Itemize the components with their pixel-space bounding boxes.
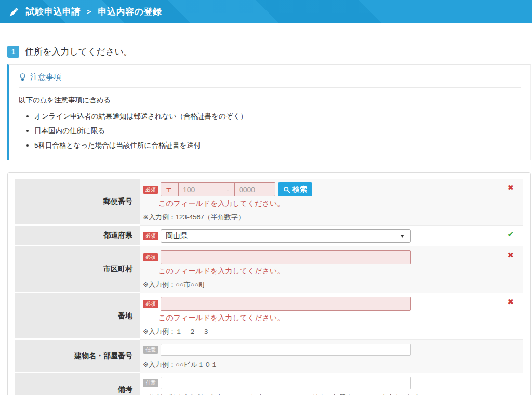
building-label: 建物名・部屋番号 bbox=[15, 340, 140, 373]
prefecture-label: 都道府県 bbox=[15, 226, 140, 246]
notice-item: 日本国内の住所に限る bbox=[34, 126, 521, 136]
prefecture-selected-value: 岡山県 bbox=[166, 231, 188, 241]
remarks-label: 備考 bbox=[15, 373, 140, 395]
notice-title: 注意事項 bbox=[30, 72, 61, 82]
street-error: このフィールドを入力してください。 bbox=[158, 313, 519, 323]
postal-code-group: 〒 - bbox=[161, 182, 275, 196]
breadcrumb-separator: ＞ bbox=[85, 7, 94, 17]
notice-item: オンライン申込者の結果通知は郵送されない（合格証書をのぞく） bbox=[34, 112, 521, 121]
prefecture-select[interactable]: 岡山県 bbox=[161, 229, 411, 243]
form-row-building: 建物名・部屋番号 任意 ※入力例：○○ビル１０１ bbox=[15, 340, 523, 373]
postal-code-second-input[interactable] bbox=[235, 183, 275, 196]
address-form: 郵便番号 必須 〒 - 検索 このフィールドを入力してください bbox=[7, 172, 531, 395]
notice-panel: 注意事項 以下の点を注意事項に含める オンライン申込者の結果通知は郵送されない（… bbox=[7, 64, 531, 160]
breadcrumb-primary: 試験申込申請 bbox=[26, 6, 81, 18]
city-label: 市区町村 bbox=[15, 246, 140, 293]
building-hint: ※入力例：○○ビル１０１ bbox=[143, 360, 519, 370]
section-heading: 1 住所を入力してください。 bbox=[7, 46, 532, 58]
city-error: このフィールドを入力してください。 bbox=[158, 267, 519, 276]
notice-item: 5科目合格となった場合は当該住所に合格証書を送付 bbox=[34, 141, 521, 150]
required-badge: 必須 bbox=[143, 300, 158, 308]
section-title: 住所を入力してください。 bbox=[25, 46, 132, 58]
street-content: 必須 このフィールドを入力してください。 ※入力例：１－２－３ ✖ bbox=[140, 293, 523, 340]
notice-intro: 以下の点を注意事項に含める bbox=[19, 96, 521, 105]
remarks-content: 任意 ※住所に勤務先住所を入力している場合は、こちらに会社名や部署名など届け先宛… bbox=[140, 373, 523, 395]
remarks-input[interactable] bbox=[161, 377, 411, 389]
lightbulb-icon bbox=[19, 73, 26, 82]
postal-separator: - bbox=[221, 183, 235, 196]
street-hint: ※入力例：１－２－３ bbox=[143, 327, 519, 336]
invalid-x-icon: ✖ bbox=[507, 298, 514, 306]
postal-code-first-input[interactable] bbox=[179, 183, 221, 196]
postal-mark: 〒 bbox=[161, 183, 179, 196]
postal-code-content: 必須 〒 - 検索 このフィールドを入力してください。 ※入力例：123-456… bbox=[140, 179, 523, 226]
required-badge: 必須 bbox=[143, 232, 158, 240]
form-row-postal-code: 郵便番号 必須 〒 - 検索 このフィールドを入力してください bbox=[15, 179, 523, 226]
form-row-remarks: 備考 任意 ※住所に勤務先住所を入力している場合は、こちらに会社名や部署名など届… bbox=[15, 373, 523, 395]
building-content: 任意 ※入力例：○○ビル１０１ bbox=[140, 340, 523, 373]
form-row-prefecture: 都道府県 必須 岡山県 ✔ bbox=[15, 226, 523, 246]
chevron-down-icon bbox=[400, 235, 404, 238]
search-icon bbox=[283, 186, 290, 193]
form-row-city: 市区町村 必須 このフィールドを入力してください。 ※入力例：○○市○○町 ✖ bbox=[15, 246, 523, 293]
city-input[interactable] bbox=[161, 250, 411, 264]
form-row-street: 番地 必須 このフィールドを入力してください。 ※入力例：１－２－３ ✖ bbox=[15, 293, 523, 340]
street-input[interactable] bbox=[161, 297, 411, 311]
breadcrumb: 試験申込申請 ＞ 申込内容の登録 bbox=[26, 6, 162, 18]
required-badge: 必須 bbox=[143, 186, 158, 194]
postal-code-error: このフィールドを入力してください。 bbox=[158, 199, 519, 208]
optional-badge: 任意 bbox=[143, 379, 158, 387]
invalid-x-icon: ✖ bbox=[507, 183, 514, 191]
postal-code-hint: ※入力例：123-4567（半角数字） bbox=[143, 213, 519, 222]
breadcrumb-secondary: 申込内容の登録 bbox=[98, 6, 162, 18]
notice-list: オンライン申込者の結果通知は郵送されない（合格証書をのぞく） 日本国内の住所に限… bbox=[34, 112, 521, 150]
notice-header: 注意事項 bbox=[19, 71, 521, 88]
valid-check-icon: ✔ bbox=[507, 230, 514, 238]
city-hint: ※入力例：○○市○○町 bbox=[143, 280, 519, 289]
optional-badge: 任意 bbox=[143, 346, 158, 354]
postal-code-label: 郵便番号 bbox=[15, 179, 140, 226]
invalid-x-icon: ✖ bbox=[507, 251, 514, 259]
street-label: 番地 bbox=[15, 293, 140, 340]
building-input[interactable] bbox=[161, 344, 411, 356]
step-number-badge: 1 bbox=[7, 46, 19, 58]
city-content: 必須 このフィールドを入力してください。 ※入力例：○○市○○町 ✖ bbox=[140, 246, 523, 293]
pencil-icon bbox=[8, 6, 20, 18]
search-button-label: 検索 bbox=[292, 185, 307, 194]
page-header: 試験申込申請 ＞ 申込内容の登録 bbox=[0, 0, 532, 23]
prefecture-content: 必須 岡山県 ✔ bbox=[140, 226, 523, 246]
postal-search-button[interactable]: 検索 bbox=[278, 182, 312, 196]
required-badge: 必須 bbox=[143, 253, 158, 261]
